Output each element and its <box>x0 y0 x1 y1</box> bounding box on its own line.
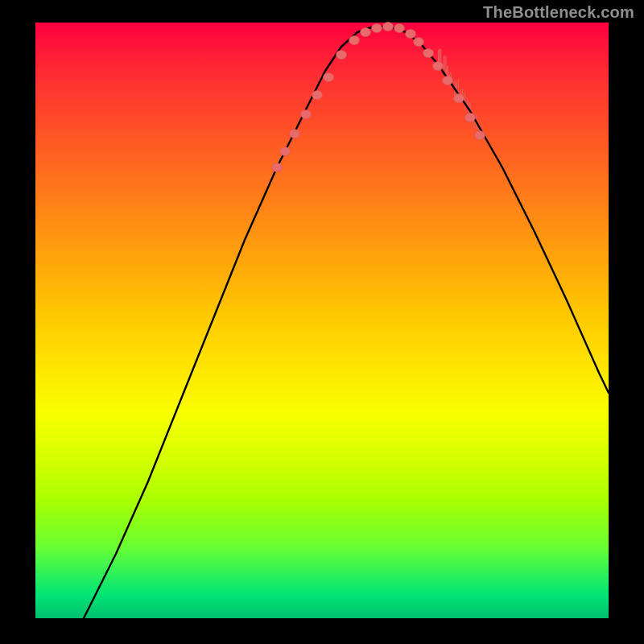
highlight-marker <box>443 76 453 85</box>
highlight-marker <box>406 30 416 39</box>
highlight-marker <box>312 91 323 100</box>
highlight-marker <box>290 130 300 138</box>
highlight-marker <box>454 94 464 103</box>
highlight-marker <box>383 23 394 31</box>
bottleneck-curve <box>84 27 609 618</box>
highlight-marker <box>280 147 291 156</box>
highlight-marker <box>272 163 283 172</box>
highlight-marker <box>475 131 485 140</box>
markers-group <box>272 23 485 172</box>
highlight-marker <box>433 62 444 71</box>
highlight-marker <box>423 49 434 58</box>
highlight-marker <box>361 28 371 37</box>
chart-svg <box>35 23 609 618</box>
highlight-marker <box>349 36 360 45</box>
highlight-marker <box>301 110 312 119</box>
highlight-marker <box>465 114 476 122</box>
highlight-marker <box>394 24 405 33</box>
watermark-text: TheBottleneck.com <box>483 3 634 22</box>
highlight-marker <box>324 73 334 82</box>
highlight-marker <box>372 24 382 33</box>
highlight-marker <box>414 38 424 47</box>
highlight-marker <box>336 51 347 60</box>
chart-stage: TheBottleneck.com <box>0 0 644 644</box>
